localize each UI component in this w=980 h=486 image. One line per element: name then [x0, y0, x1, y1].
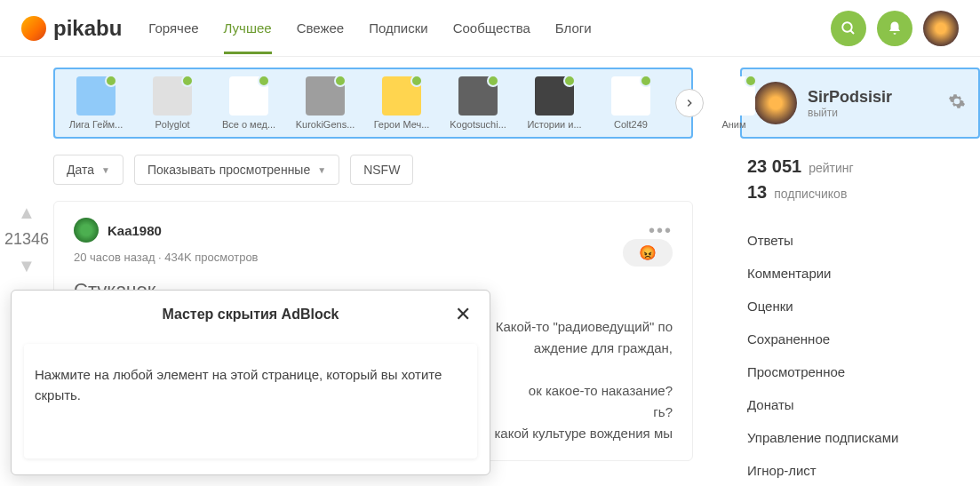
modal-title: Мастер скрытия AdBlock [49, 307, 452, 323]
user-avatar[interactable] [754, 82, 797, 124]
chevron-down-icon: ▼ [101, 165, 110, 175]
story-item[interactable]: Polyglot [140, 76, 204, 130]
svg-line-1 [850, 30, 854, 34]
sidebar-menu: Ответы Комментарии Оценки Сохраненное Пр… [740, 224, 980, 486]
header: pikabu Горячее Лучшее Свежее Подписки Со… [0, 0, 980, 57]
sidebar-item-viewed[interactable]: Просмотренное [747, 355, 973, 388]
sidebar: SirPodsisir выйти 23 051 рейтинг 13 подп… [722, 57, 980, 486]
header-avatar[interactable] [923, 11, 959, 46]
chevron-right-icon [683, 97, 696, 109]
nav-subs[interactable]: Подписки [369, 3, 428, 53]
nav-communities[interactable]: Сообщества [453, 3, 530, 53]
modal-header: Мастер скрытия AdBlock ✕ [12, 291, 490, 339]
story-avatar [306, 76, 345, 116]
post-meta: 20 часов назад · 434K просмотров [74, 251, 259, 264]
chevron-down-icon: ▼ [317, 165, 326, 175]
story-item[interactable]: Герои Меч... [370, 76, 434, 130]
logo[interactable]: pikabu [21, 16, 122, 41]
post-author-name[interactable]: Kaa1980 [108, 223, 162, 238]
search-button[interactable] [831, 11, 866, 46]
story-avatar [382, 76, 421, 116]
modal-close-button[interactable]: ✕ [452, 303, 474, 326]
sidebar-item-comments[interactable]: Комментарии [747, 257, 973, 290]
stat-subscribers: 13 подписчиков [747, 182, 973, 203]
story-avatar [76, 76, 116, 116]
filter-nsfw[interactable]: NSFW [350, 155, 413, 185]
stories-bar: Лига Гейм... Polyglot Все о мед... Kurok… [53, 68, 693, 139]
nav-fresh[interactable]: Свежее [297, 3, 345, 53]
story-item[interactable]: Аним [716, 76, 752, 130]
sidebar-item-ratings[interactable]: Оценки [747, 290, 973, 323]
logo-text: pikabu [53, 16, 122, 41]
user-name[interactable]: SirPodsisir [808, 88, 892, 107]
sidebar-item-answers[interactable]: Ответы [747, 224, 973, 257]
logout-link[interactable]: выйти [808, 107, 892, 119]
upvote-button[interactable]: ▲ [0, 199, 53, 227]
filter-date[interactable]: Дата▼ [53, 155, 123, 185]
nav-blogs[interactable]: Блоги [555, 3, 592, 53]
story-item[interactable]: Лига Гейм... [64, 76, 128, 130]
downvote-button[interactable]: ▼ [0, 252, 53, 280]
post-reaction[interactable]: 😡 [623, 239, 673, 267]
settings-button[interactable] [948, 92, 966, 115]
nav-hot[interactable]: Горячее [148, 3, 198, 53]
header-right [831, 11, 959, 46]
stat-rating: 23 051 рейтинг [747, 156, 973, 177]
post-header: Kaa1980 ••• [74, 218, 673, 243]
nav: Горячее Лучшее Свежее Подписки Сообществ… [148, 3, 591, 53]
story-avatar [229, 76, 268, 116]
filter-viewed[interactable]: Показывать просмотренные▼ [134, 155, 339, 185]
gear-icon [948, 92, 966, 110]
story-item[interactable]: Все о мед... [217, 76, 281, 130]
user-box: SirPodsisir выйти [740, 68, 980, 139]
modal-body: Нажмите на любой элемент на этой страниц… [24, 344, 477, 458]
user-stats: 23 051 рейтинг 13 подписчиков [740, 156, 980, 224]
story-avatar [611, 76, 650, 116]
story-item[interactable]: KurokiGens... [293, 76, 357, 130]
sidebar-item-manage-subs[interactable]: Управление подписками [747, 421, 973, 454]
bell-icon [887, 20, 903, 36]
story-item[interactable]: Colt249 [599, 76, 663, 130]
svg-point-0 [842, 22, 852, 32]
story-avatar [535, 76, 574, 116]
post-author-avatar[interactable] [74, 218, 99, 243]
filters: Дата▼ Показывать просмотренные▼ NSFW [53, 155, 693, 185]
sidebar-item-saved[interactable]: Сохраненное [747, 323, 973, 355]
sidebar-item-donates[interactable]: Донаты [747, 388, 973, 421]
sidebar-item-ignore[interactable]: Игнор-лист [747, 454, 973, 486]
vote-count: 21346 [0, 230, 53, 249]
stories-next-button[interactable] [675, 89, 704, 117]
notifications-button[interactable] [877, 11, 912, 46]
story-avatar [716, 76, 755, 116]
user-info: SirPodsisir выйти [808, 88, 892, 119]
story-avatar [458, 76, 498, 116]
adblock-modal: Мастер скрытия AdBlock ✕ Нажмите на любо… [11, 290, 490, 475]
post-menu-button[interactable]: ••• [649, 220, 673, 241]
story-avatar [153, 76, 192, 116]
story-item[interactable]: Истории и... [522, 76, 586, 130]
story-item[interactable]: Kogotsuchi... [446, 76, 510, 130]
logo-icon [21, 16, 46, 41]
search-icon [841, 20, 857, 36]
nav-best[interactable]: Лучшее [224, 3, 272, 53]
